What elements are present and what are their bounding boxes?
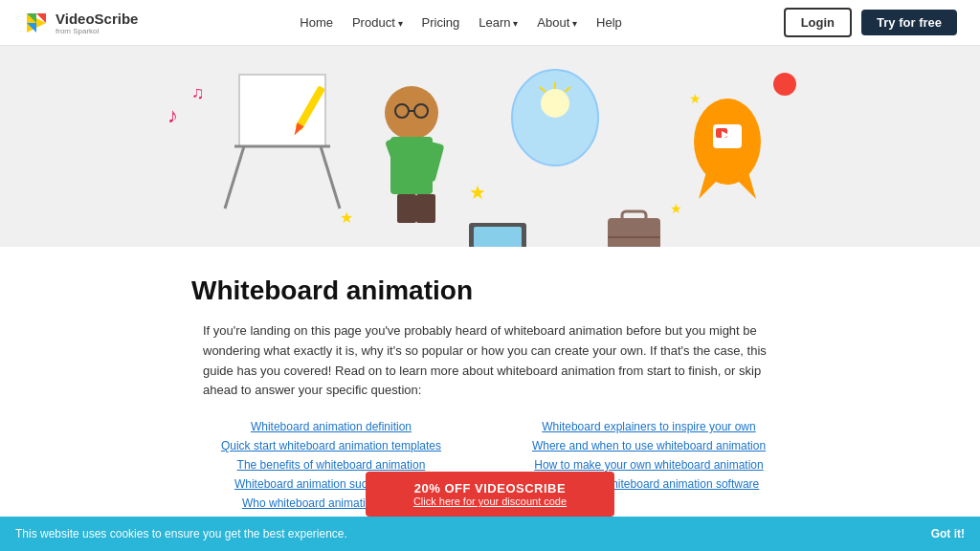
cookie-text: This website uses cookies to ensure you …	[15, 527, 347, 540]
nav-product[interactable]: Product	[352, 15, 403, 30]
hero-illustration: ♪ ♫ ★ ★ ★ ★ ★	[0, 46, 980, 247]
svg-text:★: ★	[340, 209, 353, 226]
svg-rect-13	[397, 194, 416, 223]
logo[interactable]: VideoScribe from Sparkol	[23, 10, 138, 36]
page-title: Whiteboard animation	[191, 276, 789, 306]
navbar: VideoScribe from Sparkol Home Product Pr…	[0, 0, 980, 46]
login-button[interactable]: Login	[784, 8, 852, 37]
link-how-to[interactable]: How to make your own whiteboard animatio…	[509, 458, 789, 472]
link-benefits[interactable]: The benefits of whiteboard animation	[191, 458, 471, 472]
svg-point-39	[773, 73, 796, 96]
promo-title: 20% OFF VIDEOSCRIBE	[404, 481, 576, 496]
svg-point-23	[541, 89, 569, 118]
logo-name: VideoScribe	[56, 11, 138, 27]
svg-rect-14	[416, 194, 435, 223]
logo-icon	[23, 10, 50, 36]
svg-text:♫: ♫	[191, 83, 205, 102]
nav-home[interactable]: Home	[300, 15, 333, 30]
svg-point-9	[385, 86, 438, 140]
link-explainers[interactable]: Whiteboard explainers to inspire your ow…	[509, 420, 789, 433]
promo-banner[interactable]: 20% OFF VIDEOSCRIBE Click here for your …	[366, 472, 614, 517]
link-definition[interactable]: Whiteboard animation definition	[191, 420, 471, 433]
svg-text:★: ★	[689, 91, 702, 106]
try-free-button[interactable]: Try for free	[861, 10, 957, 35]
svg-text:★: ★	[670, 201, 682, 216]
hero-section: ♪ ♫ ★ ★ ★ ★ ★	[0, 46, 980, 247]
nav-help[interactable]: Help	[596, 15, 622, 30]
logo-sub: from Sparkol	[56, 27, 138, 35]
svg-text:♪: ♪	[167, 103, 178, 127]
nav-buttons: Login Try for free	[784, 8, 957, 37]
nav-links: Home Product Pricing Learn About Help	[300, 15, 622, 30]
nav-learn[interactable]: Learn	[479, 15, 518, 30]
svg-text:★: ★	[469, 182, 486, 203]
intro-text: If you're landing on this page you've pr…	[203, 321, 777, 401]
link-where-when[interactable]: Where and when to use whiteboard animati…	[509, 439, 789, 452]
svg-rect-4	[0, 46, 980, 247]
link-templates[interactable]: Quick start whiteboard animation templat…	[191, 439, 471, 452]
cookie-accept-button[interactable]: Got it!	[931, 527, 965, 540]
promo-subtitle: Click here for your discount code	[404, 496, 576, 507]
svg-rect-41	[474, 227, 522, 247]
nav-pricing[interactable]: Pricing	[422, 15, 460, 30]
cookie-bar: This website uses cookies to ensure you …	[0, 517, 980, 551]
nav-about[interactable]: About	[537, 15, 577, 30]
